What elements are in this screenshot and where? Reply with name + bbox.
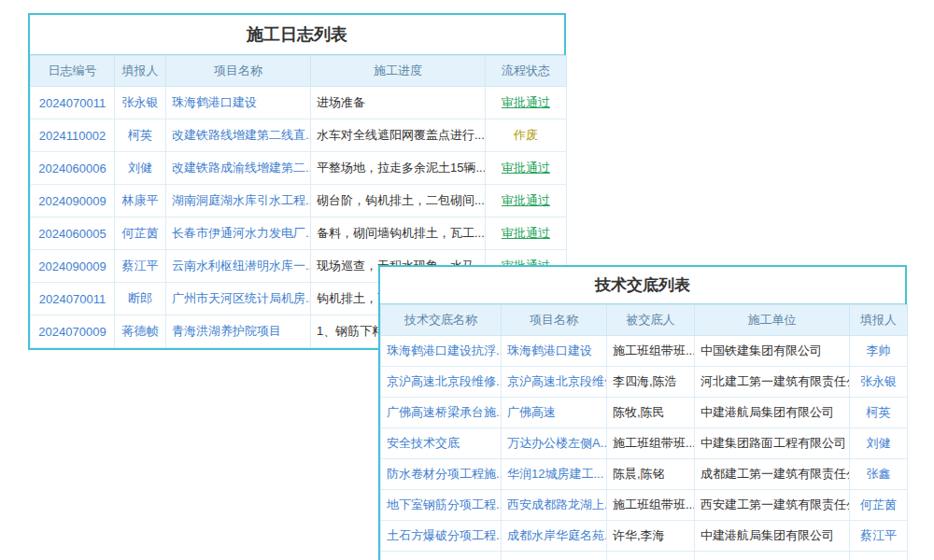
progress-text: 水车对全线遮阳网覆盖点进行...: [311, 119, 486, 152]
table-row: 2024110002柯英改建铁路线增建第二线直...水车对全线遮阳网覆盖点进行.…: [31, 119, 567, 152]
project-link[interactable]: 广佛高速: [502, 398, 607, 428]
log-number-link[interactable]: 2024060006: [31, 152, 115, 185]
workspace: 施工日志列表 日志编号填报人项目名称施工进度流程状态 2024070011张永银…: [0, 0, 934, 560]
construction-log-title: 施工日志列表: [30, 15, 564, 55]
table-row: 土石方爆破分项工程...成都水岸华庭名苑...许华,李海中建港航局集团有限公司蔡…: [381, 521, 908, 552]
table-row: 京沪高速北京段维修...京沪高速北京段维修李四海,陈浩河北建工第一建筑有限责任公…: [381, 367, 908, 398]
column-header: 项目名称: [166, 56, 311, 87]
project-link[interactable]: 京沪高速北京段维修: [502, 367, 607, 398]
project-link[interactable]: 万达办公楼左侧A...: [502, 428, 607, 459]
column-header: 被交底人: [607, 305, 695, 336]
reporter-link[interactable]: 李帅: [850, 336, 908, 367]
log-header-row: 日志编号填报人项目名称施工进度流程状态: [31, 56, 567, 87]
column-header: 施工进度: [311, 56, 486, 87]
progress-text: 进场准备: [311, 87, 486, 119]
tech-disclosure-panel: 技术交底列表 技术交底名称项目名称被交底人施工单位填报人 珠海鹤港口建设抗浮..…: [378, 265, 907, 560]
disclosure-name-link[interactable]: 京沪高速北京段维修...: [381, 367, 502, 398]
reporter-link[interactable]: 林康平: [115, 185, 166, 217]
column-header: 填报人: [850, 305, 908, 336]
project-link[interactable]: 华润12城房建工...: [502, 459, 607, 490]
project-link[interactable]: 云南水利枢纽潜明水库一...: [166, 250, 311, 283]
status-badge[interactable]: 审批通过: [486, 185, 567, 217]
recipient-text: 李四海,陈浩: [607, 367, 695, 398]
status-badge[interactable]: 审批通过: [486, 217, 567, 250]
table-row: 2024090009林康平湖南洞庭湖水库引水工程...砌台阶，钩机排土，二包砌间…: [31, 185, 567, 217]
project-link[interactable]: 长春市伊通河水力发电厂...: [166, 217, 311, 250]
disclosure-name-link[interactable]: 防水卷材分项工程施...: [381, 459, 502, 490]
reporter-link[interactable]: 柯英: [850, 398, 908, 428]
construction-unit-text: 中建港航局集团有限公司: [695, 521, 850, 552]
column-header: 流程状态: [486, 56, 567, 87]
reporter-link[interactable]: 蔡江平: [850, 521, 908, 552]
recipient-text: 施工班组带班...: [607, 428, 695, 459]
construction-unit-text: 成都建工第一建筑有限责任公司: [695, 459, 850, 490]
table-row: 广佛高速桥梁承台施...广佛高速陈牧,陈民中建港航局集团有限公司柯英: [381, 398, 908, 428]
log-number-link[interactable]: 2024110002: [31, 119, 115, 152]
progress-text: 平整场地，拉走多余泥土15辆...: [311, 152, 486, 185]
project-link[interactable]: 珠海鹤港口建设: [166, 87, 311, 119]
reporter-link[interactable]: 断郎: [850, 552, 908, 560]
recipient-text: 陈牧,陈民: [607, 398, 695, 428]
construction-unit-text: 河北建工第一建筑有限责任公司: [695, 367, 850, 398]
log-number-link[interactable]: 2024070011: [31, 87, 115, 119]
recipient-text: 施工班组带班...: [607, 336, 695, 367]
project-link[interactable]: 成都水岸华庭名苑...: [502, 521, 607, 552]
reporter-link[interactable]: 刘健: [850, 428, 908, 459]
status-badge[interactable]: 作废: [486, 119, 567, 152]
recipient-text: 陈晨,陈铭: [607, 459, 695, 490]
status-badge[interactable]: 审批通过: [486, 87, 567, 119]
reporter-link[interactable]: 蒋德帧: [115, 315, 166, 348]
table-row: 2024070011张永银珠海鹤港口建设进场准备审批通过: [31, 87, 567, 119]
table-row: 珠海鹤港口建设抗浮...珠海鹤港口建设施工班组带班...中国铁建集团有限公司李帅: [381, 336, 908, 367]
disclosure-name-link[interactable]: 珠海鹤港口建设抗浮...: [381, 336, 502, 367]
log-number-link[interactable]: 2024070009: [31, 315, 115, 348]
reporter-link[interactable]: 张鑫: [850, 459, 908, 490]
recipient-text: 许华,李海: [607, 521, 695, 552]
log-number-link[interactable]: 2024090009: [31, 185, 115, 217]
project-link[interactable]: 青海洪湖养护院项目: [166, 315, 311, 348]
disclosure-name-link[interactable]: 地下室钢筋分项工程...: [381, 490, 502, 521]
table-row: 地下室钢筋分项工程...西安成都路龙湖上...施工班组带班...西安建工第一建筑…: [381, 490, 908, 521]
column-header: 日志编号: [31, 56, 115, 87]
construction-unit-text: 中国铁建集团有限公司: [695, 336, 850, 367]
recipient-text: 施工班组带班...: [607, 490, 695, 521]
table-row: 安全技术交底万达办公楼左侧A...施工班组带班...中建集团路面工程有限公司刘健: [381, 428, 908, 459]
project-link[interactable]: 西安成都路龙湖上...: [502, 490, 607, 521]
status-badge[interactable]: 审批通过: [486, 152, 567, 185]
column-header: 施工单位: [695, 305, 850, 336]
reporter-link[interactable]: 张永银: [850, 367, 908, 398]
reporter-link[interactable]: 蔡江平: [115, 250, 166, 283]
construction-unit-text: 人防、水电、消防暖通: [695, 552, 850, 560]
disclosure-name-link[interactable]: 广佛高速桥梁承台施...: [381, 398, 502, 428]
column-header: 项目名称: [502, 305, 607, 336]
project-link[interactable]: 湖南洞庭湖水库引水工程...: [166, 185, 311, 217]
reporter-link[interactable]: 刘健: [115, 152, 166, 185]
disclosure-name-link[interactable]: 安全技术交底: [381, 428, 502, 459]
table-row: 防水卷材分项工程施...华润12城房建工...陈晨,陈铭成都建工第一建筑有限责任…: [381, 459, 908, 490]
column-header: 填报人: [115, 56, 166, 87]
disclosure-name-link[interactable]: 广东佛山碧桂园项目...: [381, 552, 502, 560]
disclosure-name-link[interactable]: 土石方爆破分项工程...: [381, 521, 502, 552]
project-link[interactable]: 改建铁路成渝线增建第二...: [166, 152, 311, 185]
project-link[interactable]: 广州市天河区统计局机房...: [166, 283, 311, 315]
reporter-link[interactable]: 柯英: [115, 119, 166, 152]
progress-text: 备料，砌间墙钩机排土，瓦工...: [311, 217, 486, 250]
reporter-link[interactable]: 何芷茵: [115, 217, 166, 250]
log-number-link[interactable]: 2024060005: [31, 217, 115, 250]
log-number-link[interactable]: 2024090009: [31, 250, 115, 283]
reporter-link[interactable]: 断郎: [115, 283, 166, 315]
reporter-link[interactable]: 张永银: [115, 87, 166, 119]
construction-unit-text: 中建集团路面工程有限公司: [695, 428, 850, 459]
table-row: 2024060006刘健改建铁路成渝线增建第二...平整场地，拉走多余泥土15辆…: [31, 152, 567, 185]
tech-disclosure-table: 技术交底名称项目名称被交底人施工单位填报人 珠海鹤港口建设抗浮...珠海鹤港口建…: [380, 304, 908, 560]
construction-unit-text: 中建港航局集团有限公司: [695, 398, 850, 428]
project-link[interactable]: 广东佛山碧桂园项目: [502, 552, 607, 560]
tech-header-row: 技术交底名称项目名称被交底人施工单位填报人: [381, 305, 908, 336]
reporter-link[interactable]: 何芷茵: [850, 490, 908, 521]
project-link[interactable]: 改建铁路线增建第二线直...: [166, 119, 311, 152]
recipient-text: 王海施工队全队: [607, 552, 695, 560]
tech-disclosure-title: 技术交底列表: [380, 267, 905, 304]
log-number-link[interactable]: 2024070011: [31, 283, 115, 315]
tech-table-body: 珠海鹤港口建设抗浮...珠海鹤港口建设施工班组带班...中国铁建集团有限公司李帅…: [381, 336, 908, 560]
project-link[interactable]: 珠海鹤港口建设: [502, 336, 607, 367]
